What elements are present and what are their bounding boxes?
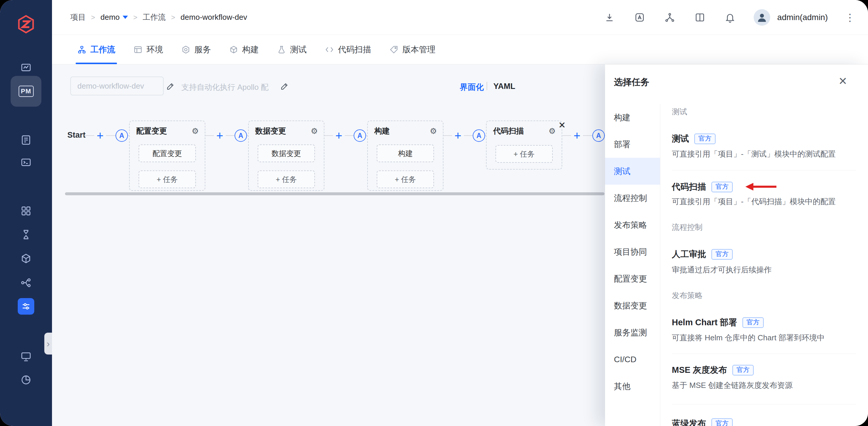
sidebar-item-form[interactable] xyxy=(18,132,34,148)
translate-icon xyxy=(634,12,645,23)
official-badge: 官方 xyxy=(711,418,733,426)
tab-label: 环境 xyxy=(147,44,163,55)
sidebar-item-monitor[interactable] xyxy=(18,348,34,365)
zadig-logo-icon[interactable] xyxy=(16,14,36,34)
category-release-strategy[interactable]: 发布策略 xyxy=(605,212,660,238)
notifications-button[interactable] xyxy=(723,11,737,24)
approval-node-button[interactable]: A xyxy=(592,129,605,142)
category-deploy[interactable]: 部署 xyxy=(605,131,660,158)
task-item-desc: 审批通过后才可执行后续操作 xyxy=(672,265,772,275)
tab-tests[interactable]: 测试 xyxy=(277,35,307,64)
stage-header: 代码扫描 ⚙ xyxy=(487,121,562,136)
sidebar-item-insight[interactable] xyxy=(18,60,34,76)
category-project-collab[interactable]: 项目协同 xyxy=(605,238,660,265)
workflow-name-input[interactable]: demo-workflow-dev xyxy=(70,77,164,95)
grid-icon xyxy=(20,205,32,217)
view-toggle-yaml[interactable]: YAML xyxy=(493,82,515,91)
columns-icon xyxy=(694,12,705,23)
approval-node-button[interactable]: A xyxy=(235,129,247,142)
horizontal-scrollbar[interactable] xyxy=(65,192,604,195)
official-badge: 官方 xyxy=(711,182,733,192)
sidebar-item-projects[interactable]: PM xyxy=(11,76,41,106)
sidebar-collapse-handle[interactable]: › xyxy=(44,333,52,355)
approval-node-button[interactable]: A xyxy=(473,129,485,142)
stage-header: 构建 ⚙ xyxy=(368,121,443,136)
task-item-desc: 可直接引用「项目」-「代码扫描」模块中的配置 xyxy=(672,196,836,207)
category-service-monitor[interactable]: 服务监测 xyxy=(605,319,660,346)
category-flow-control[interactable]: 流程控制 xyxy=(605,185,660,212)
add-stage-button[interactable]: + xyxy=(333,130,345,142)
sidebar: PM xyxy=(0,0,52,426)
view-toggle-ui[interactable]: 界面化 xyxy=(460,82,484,92)
task-item-mse-gray-release[interactable]: MSE 灰度发布 官方 xyxy=(672,364,754,376)
app-window: PM › xyxy=(0,0,868,426)
add-stage-button[interactable]: + xyxy=(214,130,226,142)
layout-button[interactable] xyxy=(693,11,706,24)
chevron-down-icon[interactable] xyxy=(123,16,128,19)
category-data-change[interactable]: 数据变更 xyxy=(605,292,660,319)
hourglass-icon xyxy=(20,229,32,240)
add-stage-button[interactable]: + xyxy=(452,130,464,142)
breadcrumb-project[interactable]: demo xyxy=(100,13,120,22)
approval-node-button[interactable]: A xyxy=(116,129,128,142)
task-item-blue-green-release[interactable]: 蓝绿发布 官方 xyxy=(672,418,733,426)
tab-builds[interactable]: 构建 xyxy=(229,35,259,64)
tab-version-management[interactable]: 版本管理 xyxy=(390,35,435,64)
task-item-helm-chart-deploy[interactable]: Helm Chart 部署 官方 xyxy=(672,317,764,329)
category-other[interactable]: 其他 xyxy=(605,373,660,400)
tab-workflows[interactable]: 工作流 xyxy=(78,35,115,64)
close-icon[interactable]: ✕ xyxy=(558,120,566,130)
task-button[interactable]: 配置变更 xyxy=(138,145,196,162)
tab-services[interactable]: 服务 xyxy=(181,35,211,64)
task-button[interactable]: 数据变更 xyxy=(258,145,315,162)
category-config-change[interactable]: 配置变更 xyxy=(605,265,660,292)
add-task-button[interactable]: + 任务 xyxy=(377,171,434,188)
kebab-menu-icon[interactable]: ⋮ xyxy=(845,11,855,23)
cluster-button[interactable] xyxy=(663,11,676,24)
stage-header: 配置变更 ⚙ xyxy=(130,121,205,136)
drawer-title: 选择任务 xyxy=(614,76,649,88)
add-stage-button[interactable]: + xyxy=(94,130,106,142)
divider xyxy=(672,404,856,404)
gear-icon[interactable]: ⚙ xyxy=(430,126,437,136)
add-stage-button[interactable]: + xyxy=(571,130,583,142)
add-task-button[interactable]: + 任务 xyxy=(495,145,553,163)
category-build[interactable]: 构建 xyxy=(605,104,660,131)
stage-card-build: 构建 ⚙ 构建 + 任务 xyxy=(367,121,443,191)
add-task-button[interactable]: + 任务 xyxy=(258,171,315,188)
tab-code-scan[interactable]: 代码扫描 xyxy=(325,35,371,64)
task-item-manual-approval[interactable]: 人工审批 官方 xyxy=(672,248,733,260)
sidebar-item-stats[interactable] xyxy=(18,372,34,388)
task-item-code-scan[interactable]: 代码扫描 官方 xyxy=(672,181,733,193)
user-name[interactable]: admin(admin) xyxy=(777,13,828,22)
category-test[interactable]: 测试 xyxy=(605,158,660,185)
avatar[interactable] xyxy=(754,9,770,26)
add-task-button[interactable]: + 任务 xyxy=(138,171,196,188)
stage-header: 数据变更 ⚙ xyxy=(249,121,324,136)
tab-environments[interactable]: 环境 xyxy=(133,35,163,64)
sidebar-item-terminal[interactable] xyxy=(18,154,34,171)
download-button[interactable] xyxy=(603,11,616,24)
sidebar-item-integrations[interactable] xyxy=(18,298,34,315)
gear-icon[interactable]: ⚙ xyxy=(549,126,556,136)
language-button[interactable] xyxy=(633,11,646,24)
breadcrumb-section[interactable]: 工作流 xyxy=(143,12,166,23)
monitor-icon xyxy=(20,351,32,362)
close-icon[interactable]: ✕ xyxy=(838,75,847,87)
sidebar-item-artifacts[interactable] xyxy=(18,250,34,267)
breadcrumb-root[interactable]: 项目 xyxy=(70,12,86,23)
sidebar-item-timer[interactable] xyxy=(18,226,34,243)
edit-description-button[interactable] xyxy=(280,82,289,91)
edit-name-button[interactable] xyxy=(166,82,176,91)
task-item-test[interactable]: 测试 官方 xyxy=(672,133,716,145)
sidebar-item-apps[interactable] xyxy=(18,203,34,219)
divider xyxy=(672,354,856,354)
category-cicd[interactable]: CI/CD xyxy=(605,346,660,373)
task-item-desc: 可直接将 Helm 仓库中的 Chart 部署到环境中 xyxy=(672,333,825,343)
gear-icon[interactable]: ⚙ xyxy=(311,126,318,136)
gear-icon[interactable]: ⚙ xyxy=(192,126,199,136)
task-button[interactable]: 构建 xyxy=(377,145,434,162)
sidebar-item-pipelines[interactable] xyxy=(18,274,34,291)
approval-node-button[interactable]: A xyxy=(354,129,366,142)
select-task-drawer: 选择任务 ✕ 构建 部署 测试 流程控制 发布策略 项目协同 配置变更 数据变更… xyxy=(605,64,868,426)
